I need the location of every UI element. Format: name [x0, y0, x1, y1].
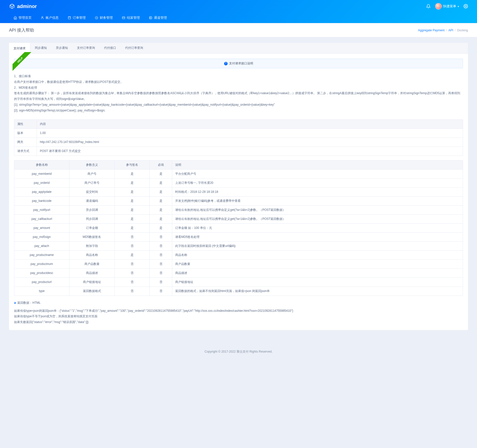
nav-icon	[68, 16, 71, 20]
table-row: type返回数据格式否否返回数据的格式，如果不传则返回html页面，如果值=js…	[14, 286, 463, 295]
description-block: 1、接口标准在商户支付请求接口中，数据通信是使用HTTP协议，请求数据以POST…	[14, 72, 463, 119]
footer: Copyright © 2017-2022 聚合支付 Rights Reserv…	[0, 345, 477, 358]
table-row: pay_callbackurl同步回调是是请给出有效的地址,地址后可以携带自定义…	[14, 214, 463, 223]
nav-icon	[41, 16, 44, 20]
table-row: pay_bankcode通道编码是是开发文档|附件|银行编码|参考，或通道费率中…	[14, 196, 463, 205]
nav-item[interactable]: 结算管理	[117, 13, 144, 23]
table-row: pay_productnum商户品数量否否商户品数量	[14, 259, 463, 268]
nav-icon	[95, 16, 98, 20]
nav-item[interactable]: 财务管理	[90, 13, 117, 23]
nav-item[interactable]: 账户信息	[36, 13, 63, 23]
tab[interactable]: 支付请求	[9, 43, 30, 54]
gear-icon[interactable]	[463, 4, 468, 9]
page-title: API 接入帮助	[9, 27, 34, 33]
nav-item[interactable]: 管理首页	[9, 13, 36, 23]
table-row: pay_attach附加字段否否此字段在返回时按原样返回 (中文需要url编码)	[14, 241, 463, 250]
svg-rect-3	[122, 17, 125, 19]
return-header: a返回数据：HTML	[14, 300, 463, 308]
nav-icon	[149, 16, 152, 20]
params-table: 参数名称参数含义参与签名必填说明 pay_memberid商户号是是平台分配商户…	[14, 160, 463, 296]
nav-icon	[122, 16, 125, 20]
brand-text: adminor	[17, 4, 37, 9]
table-row: 版本1.00	[14, 128, 463, 137]
meta-table: 属性内容 版本1.00网关http://47.242.170.147:60109…	[14, 119, 463, 156]
table-row: pay_productdesc商品描述否否商品描述	[14, 268, 463, 277]
nav-icon	[14, 16, 17, 20]
table-row: pay_orderid商户订单号是是上送订单号唯一, 字符长度20	[14, 178, 463, 187]
tab[interactable]: 支付订单查询	[72, 43, 100, 53]
avatar	[435, 3, 442, 10]
tab[interactable]: 代付订单查询	[121, 43, 148, 53]
return-body: 如果传值type=json则返回json串：{"ststus":"1","msg…	[14, 308, 463, 325]
info-icon: ?	[224, 62, 228, 65]
cube-icon	[9, 3, 15, 9]
brand-logo[interactable]: adminor	[9, 3, 37, 9]
table-row: 网关http://47.242.170.147:60109/Pay_Index.…	[14, 137, 463, 146]
nav-item[interactable]: 通道管理	[144, 13, 171, 23]
table-row: pay_notifyurl异步回调是是请给出有效的地址,地址后可以携带自定义ge…	[14, 205, 463, 214]
bell-icon[interactable]	[426, 4, 431, 9]
callout: ?支付请求接口说明	[14, 59, 463, 68]
chevron-down-icon: ▾	[458, 5, 459, 8]
table-row: pay_productname商品名称是否商品名称	[14, 250, 463, 259]
tab[interactable]: 同步通知	[30, 43, 51, 53]
svg-point-1	[42, 17, 43, 18]
table-row: 请求方式POST 请不要用 GET 方式提交	[14, 146, 463, 156]
breadcrumb: Aggregate Payment/API/Docking	[418, 29, 468, 32]
tab[interactable]: 异步通知	[51, 43, 72, 53]
user-menu[interactable]: 快捷菜单 ▾	[435, 3, 459, 10]
svg-point-0	[465, 6, 466, 7]
table-row: pay_applydate提交时间是是时间格式：2018-12-28 18:18…	[14, 187, 463, 196]
nav-item[interactable]: 订单管理	[63, 13, 90, 23]
table-row: pay_md5signMD5数据签名否否请看MD5签名处理	[14, 232, 463, 241]
table-row: pay_memberid商户号是是平台分配商户号	[14, 169, 463, 178]
tab[interactable]: 代付接口	[100, 43, 121, 53]
table-row: pay_producturl商户链接地址否否商户链接地址	[14, 277, 463, 286]
table-row: pay_amount订单金额是是订单金额 如：100 单位：元	[14, 223, 463, 232]
